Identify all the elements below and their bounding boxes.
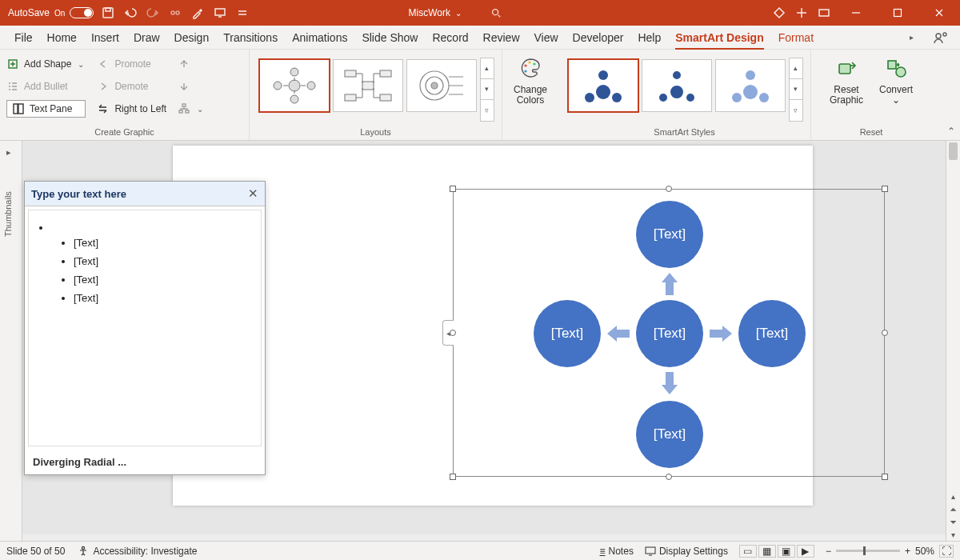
toggle-switch[interactable] — [70, 7, 94, 18]
style-thumb-1[interactable] — [568, 59, 638, 112]
present-icon[interactable] — [212, 5, 228, 21]
scroll-thumb[interactable] — [949, 142, 958, 160]
tab-developer[interactable]: Developer — [573, 26, 624, 50]
slide-canvas[interactable]: ◂ [Text] [Text] [Text] [Text] [Text] — [173, 146, 813, 506]
document-name[interactable]: MiscWork ⌄ — [408, 7, 461, 18]
tab-home[interactable]: Home — [47, 26, 77, 50]
text-pane-body[interactable]: [Text] [Text] [Text] [Text] — [28, 210, 262, 446]
tab-help[interactable]: Help — [638, 26, 661, 50]
list-item[interactable]: [Text] — [74, 234, 253, 252]
collapse-ribbon-icon[interactable]: ⌃ — [947, 126, 955, 137]
scroll-up-icon[interactable]: ▴ — [946, 490, 960, 502]
expand-thumbnails-icon[interactable]: ▸ — [6, 147, 11, 158]
maximize-button[interactable] — [880, 0, 915, 26]
layout-thumb-1[interactable] — [259, 59, 330, 112]
text-pane-title-bar[interactable]: Type your text here ✕ — [25, 182, 265, 206]
minimize-button[interactable] — [838, 0, 874, 26]
search-box[interactable] — [486, 5, 614, 21]
tab-view[interactable]: View — [534, 26, 558, 50]
slideshow-view-icon[interactable]: ▶ — [797, 545, 814, 558]
tab-insert[interactable]: Insert — [91, 26, 119, 50]
thumbnail-strip[interactable]: ▸ Thumbnails — [0, 141, 22, 541]
resize-handle[interactable] — [882, 330, 888, 336]
reset-graphic-button[interactable]: ResetGraphic — [823, 53, 870, 107]
style-thumb-3[interactable] — [715, 59, 786, 112]
resize-handle[interactable] — [882, 474, 888, 480]
smartart-text-pane[interactable]: Type your text here ✕ [Text] [Text] [Tex… — [24, 181, 266, 475]
layout-direction-button[interactable]: ⌄ — [178, 102, 205, 115]
resize-handle[interactable] — [666, 186, 672, 192]
zoom-control[interactable]: − + 50% ⛶ — [826, 545, 954, 558]
normal-view-icon[interactable]: ▭ — [739, 545, 757, 558]
list-item[interactable]: [Text] — [74, 289, 253, 307]
smartart-node-right[interactable]: [Text] — [738, 300, 806, 367]
change-colors-button[interactable]: Change Colors — [507, 53, 554, 107]
zoom-in-icon[interactable]: + — [905, 546, 910, 557]
smartart-node-center[interactable]: [Text] — [636, 300, 703, 367]
zoom-slider[interactable] — [836, 550, 900, 552]
close-button[interactable] — [922, 0, 957, 26]
smartart-container[interactable]: ◂ [Text] [Text] [Text] [Text] [Text] — [453, 189, 885, 477]
layouts-gallery[interactable]: ▴▾▿ — [258, 58, 494, 122]
scroll-down-icon[interactable]: ▾ — [946, 528, 960, 541]
tab-animations[interactable]: Animations — [292, 26, 347, 50]
resize-handle[interactable] — [450, 186, 456, 192]
add-shape-button[interactable]: Add Shape ⌄ — [6, 58, 86, 70]
display-settings-button[interactable]: Display Settings — [645, 546, 728, 557]
tab-design[interactable]: Design — [174, 26, 210, 50]
layouts-spinbar[interactable]: ▴▾▿ — [480, 58, 494, 122]
convert-button[interactable]: Convert⌄ — [873, 53, 919, 107]
autosave-toggle[interactable]: AutoSave On — [8, 7, 94, 18]
tab-smartart-design[interactable]: SmartArt Design — [675, 26, 763, 50]
list-item[interactable]: [Text] — [74, 252, 253, 270]
save-icon[interactable] — [100, 5, 116, 21]
tab-review[interactable]: Review — [483, 26, 520, 50]
tab-slideshow[interactable]: Slide Show — [362, 26, 418, 50]
smartart-node-left[interactable]: [Text] — [534, 300, 601, 367]
redo-icon[interactable] — [145, 5, 161, 21]
accessibility-status[interactable]: Accessibility: Investigate — [78, 546, 197, 557]
notes-button[interactable]: ≡Notes — [600, 546, 634, 557]
slide-indicator[interactable]: Slide 50 of 50 — [6, 546, 65, 557]
zoom-out-icon[interactable]: − — [826, 546, 831, 557]
list-item[interactable]: [Text] [Text] [Text] [Text] — [51, 218, 253, 310]
styles-spinbar[interactable]: ▴▾▿ — [789, 58, 803, 122]
next-slide-icon[interactable]: ⏷ — [946, 515, 960, 528]
tab-format[interactable]: Format — [778, 26, 814, 50]
undo-icon[interactable] — [122, 5, 138, 21]
tabs-overflow-icon[interactable]: ▸ — [908, 33, 915, 42]
tab-draw[interactable]: Draw — [134, 26, 160, 50]
right-to-left-button[interactable]: Right to Left — [97, 102, 166, 115]
view-toggle[interactable]: ▭ ▦ ▣ ▶ — [739, 545, 814, 558]
style-thumb-2[interactable] — [642, 59, 712, 112]
layout-thumb-3[interactable] — [406, 59, 477, 112]
tab-file[interactable]: File — [14, 26, 33, 50]
tab-record[interactable]: Record — [432, 26, 468, 50]
smartart-node-top[interactable]: [Text] — [636, 201, 703, 268]
list-item[interactable]: [Text] — [74, 270, 253, 289]
styles-gallery[interactable]: ▴▾▿ — [566, 58, 803, 122]
quickaccess-icon[interactable] — [167, 5, 183, 21]
resize-handle[interactable] — [450, 474, 456, 480]
share-icon[interactable] — [930, 26, 952, 49]
sparkle-icon[interactable] — [794, 5, 810, 21]
close-icon[interactable]: ✕ — [248, 186, 258, 201]
ribbon-mode-icon[interactable] — [816, 5, 832, 21]
diamond-icon[interactable] — [771, 5, 787, 21]
resize-handle[interactable] — [666, 474, 672, 480]
text-pane-button[interactable]: Text Pane — [6, 100, 86, 118]
resize-handle[interactable] — [450, 330, 456, 336]
zoom-level[interactable]: 50% — [915, 546, 934, 557]
layout-thumb-2[interactable] — [333, 59, 403, 112]
prev-slide-icon[interactable]: ⏶ — [946, 502, 960, 515]
fit-to-window-icon[interactable]: ⛶ — [939, 545, 954, 558]
tab-transitions[interactable]: Transitions — [223, 26, 278, 50]
smartart-node-bottom[interactable]: [Text] — [636, 401, 703, 468]
resize-handle[interactable] — [882, 186, 888, 192]
eyedropper-icon[interactable] — [190, 5, 206, 21]
qat-overflow-icon[interactable] — [234, 5, 250, 21]
reading-view-icon[interactable]: ▣ — [778, 545, 795, 558]
horizontal-scrollbar[interactable] — [22, 534, 946, 541]
sorter-view-icon[interactable]: ▦ — [758, 545, 776, 558]
vertical-scrollbar[interactable]: ▴ ⏶ ⏷ ▾ — [946, 141, 960, 541]
